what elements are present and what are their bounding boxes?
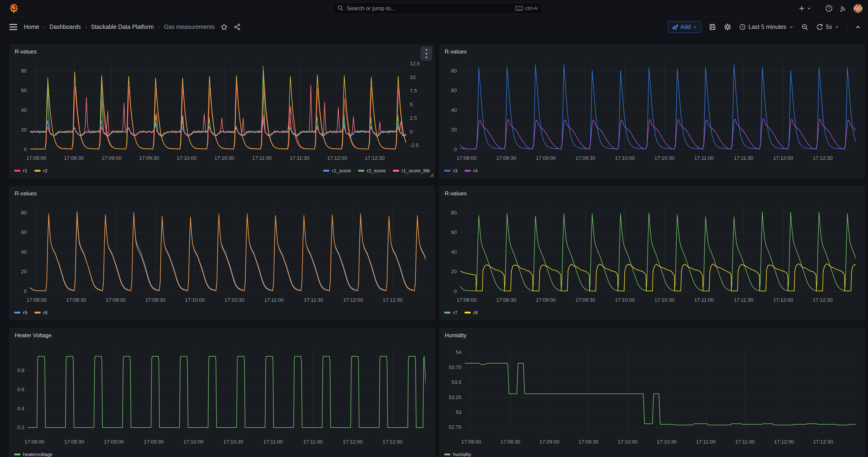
svg-text:?: ? [828,6,830,11]
y-tick-label-right: 10 [410,74,415,81]
y-tick-label: 0.6 [17,387,24,393]
keyboard-icon [515,6,523,11]
x-tick-label: 17:08:00 [461,439,481,445]
favorite-button[interactable] [221,24,227,30]
collapse-toolbar-button[interactable] [855,24,861,30]
x-tick-label: 17:12:00 [343,297,363,303]
legend-item-r6[interactable]: r6 [34,310,48,315]
legend-item-r1[interactable]: r1 [14,168,27,174]
legend-swatch [323,170,330,172]
new-button[interactable] [799,5,811,12]
top-bar: Search or jump to... ctrl+k ? [0,0,868,17]
panel-title: R-values [14,190,37,197]
refresh-controls[interactable]: 5s [816,24,839,30]
panel-title: Humidity [445,332,466,339]
plot-area[interactable]: 52.755353.2553.553.755417:08:0017:08:301… [442,342,862,447]
plot-area[interactable]: 02040608017:08:0017:08:3017:09:0017:09:3… [442,59,862,163]
y-tick-label: 53.75 [448,364,461,370]
breadcrumb-home[interactable]: Home [24,24,39,30]
panel-header[interactable]: R-values [440,186,865,201]
panel-menu-icon[interactable] [421,46,432,61]
x-tick-label: 17:11:00 [264,297,284,303]
x-tick-label: 17:10:00 [184,439,204,445]
legend-item-humidity[interactable]: humidity [444,452,471,457]
legend-item-r2[interactable]: r2 [34,168,48,174]
x-tick-label: 17:11:30 [734,155,753,161]
x-tick-label: 17:10:00 [618,439,638,445]
panel-legend: r5r6 [14,305,430,320]
y-tick-label: 0 [24,147,27,153]
add-panel-icon [672,24,678,30]
x-tick-label: 17:11:30 [290,155,309,161]
panel-header[interactable]: R-values [9,44,434,59]
zoom-out-button[interactable] [801,24,808,30]
breadcrumb-current: Gas measurements [164,24,215,30]
panel-header[interactable]: Heater Voltage [9,328,434,342]
save-button[interactable] [709,24,716,30]
panel-title: R-values [14,49,37,55]
y-tick-label-right: 12.5 [410,61,420,67]
legend-label: r1_score_lttb [402,168,430,174]
plot-area[interactable]: 020406080-2.502.557.51012.517:08:0017:08… [12,59,432,163]
plot-area[interactable]: 0.20.40.60.817:08:0017:08:3017:09:0017:0… [12,342,432,447]
menu-icon[interactable] [9,24,17,30]
panel-p1-r-values: R-values020406080-2.502.557.51012.517:08… [9,44,435,178]
share-icon [234,24,241,30]
legend-item-heatervoltage[interactable]: heatervoltage [14,452,53,457]
avatar[interactable] [854,4,862,13]
x-tick-label: 17:08:30 [64,155,84,161]
plot-svg[interactable] [442,342,862,447]
legend-item-r3[interactable]: r3 [444,168,458,174]
plot-svg[interactable] [12,342,432,447]
plot-area[interactable]: 02040608017:08:0017:08:3017:09:0017:09:3… [442,201,862,305]
x-tick-label: 17:12:30 [383,297,403,303]
legend-item-r7[interactable]: r7 [444,310,458,315]
chevron-down-icon [789,25,794,29]
series-r8 [460,264,859,291]
help-button[interactable]: ? [825,5,833,12]
plot-svg[interactable] [12,201,432,305]
panel-header[interactable]: Humidity [440,328,865,342]
y-tick-label: 0 [454,288,457,295]
x-tick-label: 17:09:30 [139,155,159,161]
panel-header[interactable]: R-values [440,44,865,59]
share-button[interactable] [234,24,241,30]
grafana-logo-icon[interactable] [9,3,19,13]
plot-svg[interactable] [442,201,862,305]
breadcrumb-dashboards[interactable]: Dashboards [50,24,81,30]
news-button[interactable] [840,5,847,12]
y-tick-label-right: 2.5 [410,115,417,121]
plot-svg[interactable] [442,59,862,163]
legend-item-r5[interactable]: r5 [14,310,27,315]
legend-item-r4[interactable]: r4 [464,168,478,174]
settings-button[interactable] [724,23,731,31]
plus-icon [799,5,805,12]
plot-area[interactable]: 02040608017:08:0017:08:3017:09:0017:09:3… [12,201,432,305]
legend-item-r1_score_lttb[interactable]: r1_score_lttb [393,168,430,174]
search-icon [337,5,343,12]
breadcrumb-folder[interactable]: Stackable Data Platform [91,24,154,30]
resize-handle[interactable] [430,173,433,177]
x-tick-label: 17:11:30 [304,297,323,303]
search-input[interactable]: Search or jump to... ctrl+k [333,3,542,14]
y-tick-label: 40 [21,107,27,113]
x-tick-label: 17:12:30 [365,155,385,161]
legend-item-r1_score[interactable]: r1_score [323,168,351,174]
chevron-down-icon [807,6,811,10]
x-tick-label: 17:08:00 [27,297,47,303]
legend-item-r2_score[interactable]: r2_score [358,168,386,174]
legend-item-r8[interactable]: r8 [464,310,478,315]
x-tick-label: 17:08:00 [26,155,46,161]
panel-p6-humidity: Humidity52.755353.2553.553.755417:08:001… [439,328,865,457]
panel-title: R-values [445,190,467,197]
chevron-down-icon [835,25,839,29]
add-button[interactable]: Add [668,21,701,33]
y-tick-label: 40 [21,249,27,255]
panel-header[interactable]: R-values [9,186,434,201]
plot-svg[interactable] [12,59,432,163]
time-range-picker[interactable]: Last 5 minutes [739,24,794,30]
y-tick-label: 80 [21,210,27,216]
x-tick-label: 17:12:00 [327,155,347,161]
legend-swatch [34,312,41,313]
clock-icon [739,24,746,30]
